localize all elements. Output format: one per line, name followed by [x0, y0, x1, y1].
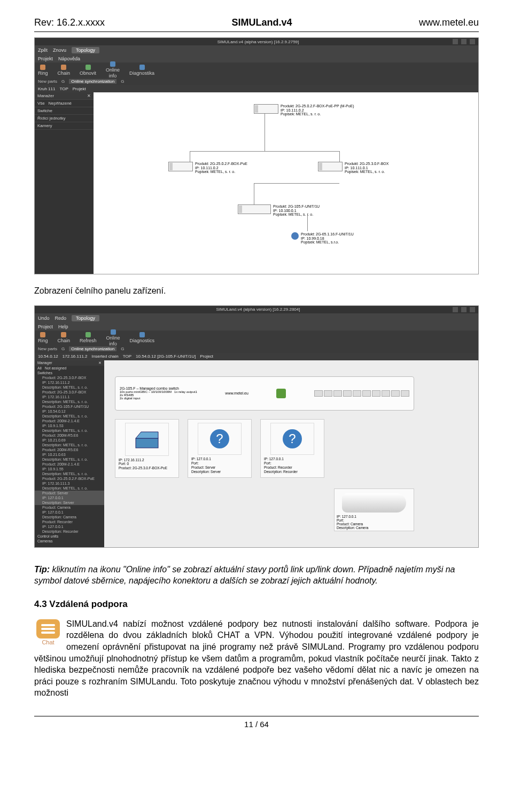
sidebar-item[interactable]: Řídicí jednotky [35, 115, 94, 122]
topology-node[interactable]: Produkt: 2G-25.3.0.F-BOXIP: 10.111.0.1Po… [318, 162, 388, 174]
ring-button[interactable]: Ring [38, 65, 48, 76]
sidebar-item[interactable]: Product: 200M-2.1.4.E [35, 462, 104, 467]
svg-marker-1 [136, 432, 158, 438]
sidebar-item[interactable]: Control units [35, 534, 104, 539]
undo-button[interactable]: Undo [38, 316, 50, 321]
sidebar-item[interactable]: IP: 172.16.111.3 [35, 481, 104, 486]
sidebar-manager: Manažer✕ Vše Nepřiřazené Switche Řídicí … [35, 92, 94, 274]
topology-node[interactable]: Produkt: 2G-65.1.16.F-UNIT/1UIP: 10.99.0… [291, 232, 354, 245]
sidebar-item[interactable]: Description: METEL, s. r. o. [35, 443, 104, 447]
newparts-button[interactable]: New parts [38, 79, 57, 84]
breadcrumb: 10.54.0.12172.16.111.2 Inserted chainTOP… [35, 353, 478, 360]
sidebar-item[interactable]: IP: 10.9.1.53 [35, 423, 104, 428]
sidebar-item[interactable]: IP: 172.16.111.1 [35, 395, 104, 399]
sidebar-item[interactable]: Description: METEL, s. r. o. [35, 457, 104, 462]
redo-button[interactable]: Redo [55, 316, 67, 321]
question-icon: ? [283, 429, 302, 448]
sidebar-item[interactable]: Description: METEL, s. r. o. [35, 385, 104, 390]
refresh-button[interactable]: Refresh [80, 332, 97, 343]
sidebar-item[interactable]: Description: METEL, s. r. o. [35, 428, 104, 433]
min-icon[interactable] [453, 39, 458, 44]
sidebar-item[interactable]: Kamery [35, 122, 94, 130]
sidebar-manager: Manager✕ All Not assigned Switches Produ… [35, 360, 104, 547]
tab-projekt[interactable]: Projekt [38, 56, 53, 61]
device-url: www.metel.eu [225, 391, 248, 395]
section-heading: 4.3 Vzdálená podpora [34, 598, 479, 611]
max-icon[interactable] [461, 39, 467, 44]
connected-card[interactable]: IP: 172.16.111.2Port: 0Product: 2G-25.3.… [115, 419, 179, 478]
page-footer: 11 / 64 [34, 716, 479, 729]
sidebar-item[interactable]: IP: 10.9.1.55 [35, 467, 104, 471]
sidebar-item[interactable]: Description: METEL, s. r. o. [35, 399, 104, 404]
sidebar-item[interactable]: Description: METEL, s. r. o. [35, 486, 104, 491]
sidebar-item[interactable]: Product: Camera [35, 505, 104, 510]
breadcrumb: Kruh 111TOPProjekt [35, 85, 478, 92]
max-icon[interactable] [461, 307, 467, 312]
screenshot-topology: SIMULand.v4 (alpha version) [16.2.9.2759… [34, 37, 479, 274]
panel-canvas[interactable]: 2G-105.F – Managed combo switch 10x port… [104, 360, 478, 547]
close-icon[interactable] [470, 307, 475, 312]
sidebar-item[interactable]: Product: 200M-2.1.4.E [35, 419, 104, 423]
sidebar-item[interactable]: Product: Server [35, 491, 104, 495]
sidebar-item[interactable]: Description: METEL, s. r. o. [35, 471, 104, 476]
min-icon[interactable] [453, 307, 458, 312]
page-title: SIMULand.v4 [231, 17, 292, 28]
sync-button[interactable]: Online synchronization [69, 79, 116, 84]
tab-help[interactable]: Help [58, 324, 68, 329]
chat-icon: Chat [34, 619, 62, 647]
refresh-button[interactable]: Obnovit [80, 65, 96, 76]
connected-card[interactable]: ? IP: 127.0.0.1Port:Product: RecorderDes… [260, 419, 324, 478]
close-icon[interactable] [470, 39, 475, 44]
ring-button[interactable]: Ring [38, 332, 48, 343]
undo-button[interactable]: Zpět [38, 48, 48, 53]
topology-node[interactable]: Produkt: 2G-25.0.2.F-BOX-PoE-PP (M-PoE)I… [254, 104, 354, 116]
sidebar-item[interactable]: Product: 2G-25.0.2.F-BOX-PoE [35, 476, 104, 481]
tab-topology[interactable]: Topology [72, 47, 99, 53]
connected-card-camera[interactable]: IP: 127.0.0.1Port:Product: CameraDescrip… [334, 488, 414, 531]
tab-project[interactable]: Project [38, 324, 53, 329]
page-rev: Rev: 16.2.x.xxxx [34, 17, 105, 28]
sidebar-item[interactable]: Product: 2G-105.F-UNIT/1U [35, 404, 104, 409]
sidebar-item[interactable]: Product: Recorder [35, 519, 104, 524]
connected-card[interactable]: ? IP: 127.0.0.1Port:Product: ServerDescr… [188, 419, 252, 478]
sync-button[interactable]: Online synchronization [69, 346, 116, 351]
sidebar-item[interactable]: Cameras [35, 539, 104, 543]
tab-topology[interactable]: Topology [72, 315, 99, 321]
diag-button[interactable]: Diagnostika [129, 65, 154, 76]
tip-text: Tip: kliknutím na ikonu "Online info" se… [34, 564, 479, 587]
sidebar-item[interactable]: Description: METEL, s. r. o. [35, 414, 104, 419]
sidebar-group[interactable]: Switches [35, 370, 104, 375]
sidebar-item[interactable]: IP: 127.0.0.1 [35, 495, 104, 500]
logo-icon [276, 389, 286, 398]
sidebar-item[interactable]: IP: 10.21.0.63 [35, 452, 104, 457]
camera-icon [342, 493, 406, 513]
port-row [314, 390, 409, 397]
online-button[interactable]: Onlineinfo [106, 329, 120, 346]
sidebar-item[interactable]: IP: 127.0.0.1 [35, 510, 104, 515]
svg-rect-0 [136, 438, 158, 448]
topology-node[interactable]: Produkt: 2G-25.0.2.F-BOX-PoEIP: 10.111.0… [168, 162, 247, 174]
sidebar-item[interactable]: Description: Server [35, 500, 104, 505]
tab-help[interactable]: Nápověda [58, 56, 80, 61]
sidebar-item[interactable]: IP: 10.21.0.69 [35, 438, 104, 443]
topology-node[interactable]: Produkt: 2G-105.F-UNIT/1UIP: 10.100.0.1P… [238, 204, 320, 217]
topology-canvas[interactable]: Produkt: 2G-25.0.2.F-BOX-PoE-PP (M-PoE)I… [94, 92, 478, 274]
question-icon: ? [210, 429, 229, 448]
chain-button[interactable]: Chain [58, 65, 71, 76]
diag-button[interactable]: Diagnostics [130, 332, 155, 343]
sidebar-item[interactable]: IP: 10.54.0.12 [35, 409, 104, 414]
chain-button[interactable]: Chain [58, 332, 71, 343]
online-button[interactable]: Onlineinfo [106, 61, 120, 78]
sidebar-item[interactable]: IP: 172.16.111.2 [35, 380, 104, 385]
sidebar-item[interactable]: IP: 127.0.0.1 [35, 524, 104, 529]
sidebar-item[interactable]: Switche [35, 107, 94, 115]
sidebar-item[interactable]: Product: 200M-R5.E6 [35, 447, 104, 452]
redo-button[interactable]: Znovu [53, 48, 66, 53]
sidebar-item[interactable]: Description: Camera [35, 515, 104, 519]
sidebar-item[interactable]: Product: 200M-R5.E6 [35, 433, 104, 438]
sidebar-item[interactable]: Product: 2G-25.3.0.F-BOX [35, 390, 104, 395]
sidebar-item[interactable]: Product: 2G-25.3.0.F-BOX [35, 375, 104, 380]
page-url: www.metel.eu [419, 17, 479, 28]
newparts-button[interactable]: New parts [38, 346, 57, 351]
sidebar-item[interactable]: Description: Recorder [35, 529, 104, 534]
